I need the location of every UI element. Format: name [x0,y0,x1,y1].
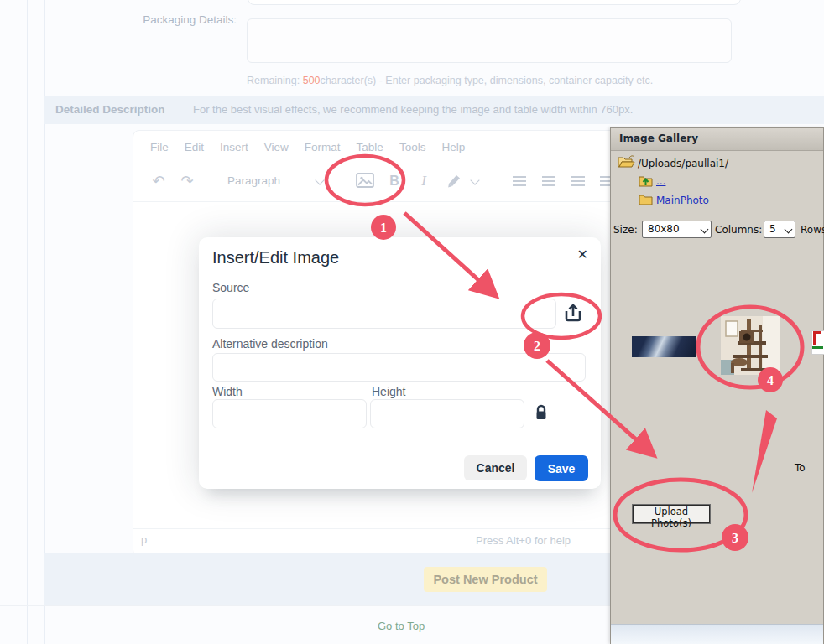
constrain-proportions-lock-icon[interactable] [531,402,551,425]
source-label: Source [212,281,249,294]
insert-edit-image-dialog: Insert/Edit Image ✕ Source Alternative d… [199,237,601,489]
menu-insert[interactable]: Insert [220,141,248,153]
insert-image-icon[interactable] [354,169,376,195]
chevron-down-icon [701,226,709,234]
hint-suffix: character(s) - Enter packaging type, dim… [321,75,654,86]
detailed-description-label: Detailed Description [55,96,165,124]
cancel-button[interactable]: Cancel [464,455,527,480]
gallery-bottom-scrollbar[interactable] [611,624,823,644]
left-divider-1 [27,0,28,644]
packaging-hint: Remaining: 500character(s) - Enter packa… [247,75,653,86]
align-left-icon[interactable] [513,176,526,186]
size-select-value: 80x80 [648,223,680,235]
align-center-icon[interactable] [542,176,555,186]
upload-box-icon [561,300,586,325]
detailed-description-row: Detailed Description For the best visual… [44,96,824,124]
element-path: p [141,533,147,546]
menu-table[interactable]: Table [357,141,383,153]
open-folder-icon [618,155,635,171]
detailed-description-hint: For the best visual effects, we recommen… [193,96,633,124]
gallery-current-path: /Uploads/paullai1/ [638,158,728,169]
paragraph-format-select[interactable]: Paragraph [227,164,280,198]
highlight-pen-icon[interactable] [444,171,464,195]
menu-view[interactable]: View [264,141,289,153]
save-button[interactable]: Save [535,455,588,481]
alt-description-input[interactable] [212,353,586,382]
source-input[interactable] [212,299,556,329]
undo-icon[interactable]: ↶ [149,164,169,198]
columns-select[interactable]: 5 [764,221,795,238]
columns-select-value: 5 [769,223,776,235]
post-new-product-button[interactable]: Post New Product [424,567,547,592]
browse-files-button[interactable] [559,299,587,328]
remaining-count: 500 [303,75,321,86]
alt-description-label: Alternative description [212,337,328,351]
close-icon[interactable]: ✕ [577,247,588,262]
menu-help[interactable]: Help [441,141,465,153]
columns-label: Columns: [715,224,762,236]
bold-button[interactable]: B [385,164,404,198]
menu-tools[interactable]: Tools [399,141,426,153]
gallery-titlebar[interactable]: Image Gallery [611,128,823,151]
go-to-top-link[interactable]: Go to Top [378,620,425,632]
packaging-details-textarea[interactable] [247,18,732,63]
italic-button[interactable]: I [417,164,430,198]
menu-format[interactable]: Format [305,141,341,153]
dialog-title: Insert/Edit Image [212,248,339,267]
height-label: Height [372,385,405,398]
align-right-icon[interactable] [571,176,585,186]
chevron-down-icon [785,226,793,234]
menu-edit[interactable]: Edit [185,141,204,153]
menu-file[interactable]: File [150,141,169,153]
chevron-down-icon[interactable] [470,175,479,184]
size-label: Size: [613,224,638,236]
packaging-details-label: Packaging Details: [84,13,237,26]
width-label: Width [212,385,243,398]
height-input[interactable] [370,399,524,428]
image-gallery-window: Image Gallery /Uploads/paullai1/ ... Mai… [610,127,824,644]
upload-photos-button[interactable]: Upload Photo(s) [632,504,711,524]
width-input[interactable] [212,399,367,428]
parent-folder-link[interactable]: ... [656,175,665,187]
thumbnail-clipped-file[interactable] [811,330,824,355]
thumbnail-cat-tree-photo[interactable] [721,316,780,377]
gallery-title: Image Gallery [619,132,698,144]
chevron-down-icon[interactable] [315,175,324,184]
redo-icon[interactable]: ↷ [177,164,197,198]
folder-icon [639,194,653,208]
previous-form-field[interactable] [248,0,741,5]
editor-help-hint: Press Alt+0 for help [476,534,571,547]
editor-menubar: File Edit Insert View Format Table Tools… [150,141,465,153]
thumbnail-chess-photo[interactable] [632,336,696,357]
dialog-footer-divider [199,449,601,449]
folder-up-icon [639,175,653,190]
hint-prefix: Remaining: [247,75,303,86]
rows-label: Rows [801,224,824,236]
page: Packaging Details: Remaining: 500charact… [0,0,824,644]
size-select[interactable]: 80x80 [642,221,712,238]
total-label: To [795,462,806,474]
mainphoto-folder-link[interactable]: MainPhoto [656,195,709,206]
